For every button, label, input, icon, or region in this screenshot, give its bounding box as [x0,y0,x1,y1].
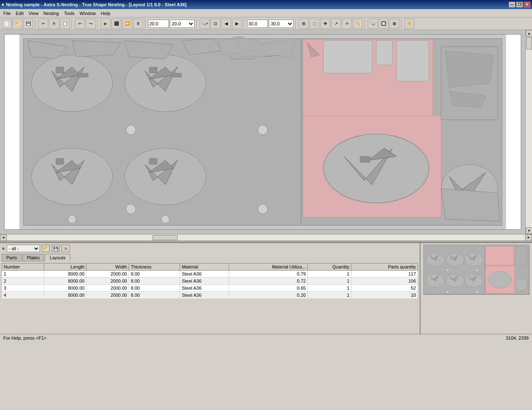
tb-stop[interactable]: ⬛ [111,19,121,29]
svg-marker-46 [441,189,500,221]
data-table: Number Length Width Thickness Material M… [2,263,418,299]
tb-zoom-fit[interactable]: ⊡ [210,19,220,29]
horizontal-scrollbar[interactable]: ◄ ► [0,234,532,241]
tab-parts[interactable]: Parts [2,254,22,261]
col-header-number: Number [2,263,44,271]
hscroll-thumb[interactable] [153,235,178,240]
tb-undo[interactable]: ↩ [75,19,85,29]
minimap-svg [424,245,530,295]
table-cell: 3 [2,285,44,292]
table-cell: 8.00 [129,292,180,299]
table-scroll-area[interactable]: Number Length Width Thickness Material M… [2,263,418,299]
table-cell: 2000.00 [87,278,129,285]
window-title: Nesting sample - Astra S-Nesting - True … [6,2,186,7]
col-header-thickness: Thickness [129,263,180,271]
filter-dropdown[interactable]: - all - [7,245,40,252]
tb-pan[interactable]: ☩ [342,19,352,29]
close-button[interactable]: ✕ [524,2,530,7]
tb-copy[interactable]: ⎘ [49,19,59,29]
table-cell: 106 [351,278,418,285]
tb-redo[interactable]: ↪ [86,19,96,29]
menu-window[interactable]: Window [77,10,98,17]
vscroll-down-btn[interactable]: ▼ [526,227,532,234]
zoom-input-2[interactable] [247,20,268,28]
menu-view[interactable]: View [26,10,41,17]
tb-select[interactable]: ⬚ [309,19,319,29]
tb-zoom-right[interactable]: ▶ [232,19,242,29]
tb-sep-1 [35,19,37,29]
tb-hand[interactable]: ✋ [404,19,414,29]
tb-sep-7 [295,19,297,29]
table-cell: 1 [2,271,44,278]
table-cell: 117 [351,271,418,278]
svg-point-48 [68,215,77,224]
table-cell: 1 [308,285,351,292]
table-row[interactable]: 38000.002000.008.00Steel A360.65152 [2,285,418,292]
tb-open[interactable]: 📂 [12,19,22,29]
minimap-panel [420,243,532,334]
vscroll-thumb[interactable] [526,37,532,50]
minimap [423,245,530,295]
tb-grid[interactable]: ⊞ [299,19,309,29]
tab-plates[interactable]: Plates [22,254,45,261]
vertical-scrollbar[interactable]: ▲ ▼ [525,30,532,234]
tb-run[interactable]: ▶ [101,19,111,29]
svg-rect-40 [360,157,370,163]
svg-rect-35 [396,41,429,82]
svg-point-74 [476,291,478,293]
close-panel-icon[interactable]: ✕ [2,246,5,251]
tb-step[interactable]: ⏩ [122,19,132,29]
col-header-width: Width [87,263,129,271]
panel-delete-btn[interactable]: ✕ [62,245,70,252]
table-row[interactable]: 18000.002000.008.00Steel A360.791117 [2,271,418,278]
menu-tools[interactable]: Tools [62,10,77,17]
minimize-button[interactable]: — [509,2,515,7]
tb-zoom-all[interactable]: ⊠ [389,19,399,29]
tab-layouts[interactable]: Layouts [45,254,70,261]
svg-point-30 [258,204,267,214]
main-area: ▲ ▼ [0,30,532,234]
tb-zoom-window[interactable]: 🔲 [379,19,388,29]
tb-save[interactable]: 💾 [23,19,33,29]
tb-measure[interactable]: 📏 [353,19,363,29]
tb-new[interactable]: 📄 [2,19,12,29]
tb-move[interactable]: ✥ [320,19,330,29]
hscroll-left-btn[interactable]: ◄ [0,234,7,241]
table-row[interactable]: 28000.002000.008.00Steel A360.721106 [2,278,418,285]
restore-button[interactable]: ❐ [516,2,523,7]
tb-cut[interactable]: ✂ [38,19,48,29]
hscroll-right-btn[interactable]: ► [525,234,532,241]
menu-nesting[interactable]: Nesting [41,10,61,17]
title-bar-left: ♦ Nesting sample - Astra S-Nesting - Tru… [2,2,187,7]
table-cell: Steel A36 [180,271,229,278]
menu-help[interactable]: Help [98,10,113,17]
tb-zoom-out[interactable]: 🔍- [368,19,378,29]
table-cell: 8000.00 [44,285,86,292]
table-cell: 8.00 [129,271,180,278]
zoom-dropdown-2[interactable]: 30.0 50.0 100.0 [269,20,294,28]
table-cell: 0.72 [229,278,307,285]
menu-edit[interactable]: Edit [13,10,26,17]
menu-file[interactable]: File [1,10,13,17]
vscroll-track[interactable] [526,37,532,227]
table-cell: 8.00 [129,285,180,292]
vscroll-up-btn[interactable]: ▲ [526,30,532,37]
table-row[interactable]: 48000.002000.008.00Steel A360.20110 [2,292,418,299]
canvas-area[interactable] [0,30,525,234]
hscroll-track[interactable] [7,235,525,241]
tb-paste[interactable]: 📋 [60,19,70,29]
tb-pause[interactable]: ⏸ [133,19,143,29]
svg-rect-5 [56,67,64,73]
tb-zoom-in[interactable]: 🔍+ [200,19,210,29]
title-bar: ♦ Nesting sample - Astra S-Nesting - Tru… [0,0,532,9]
zoom-dropdown-1[interactable]: 20.0 50.0 100.0 [170,20,195,28]
table-cell: 0.65 [229,285,307,292]
zoom-input-1[interactable] [148,20,169,28]
tb-zoom-left[interactable]: ◀ [221,19,231,29]
tb-arrow[interactable]: ↗ [331,19,341,29]
table-cell: Steel A36 [180,278,229,285]
menu-bar: File Edit View Nesting Tools Window Help [0,9,532,17]
panel-open-btn[interactable]: 📂 [42,245,50,252]
svg-point-69 [515,279,527,290]
panel-save-btn[interactable]: 💾 [52,245,60,252]
